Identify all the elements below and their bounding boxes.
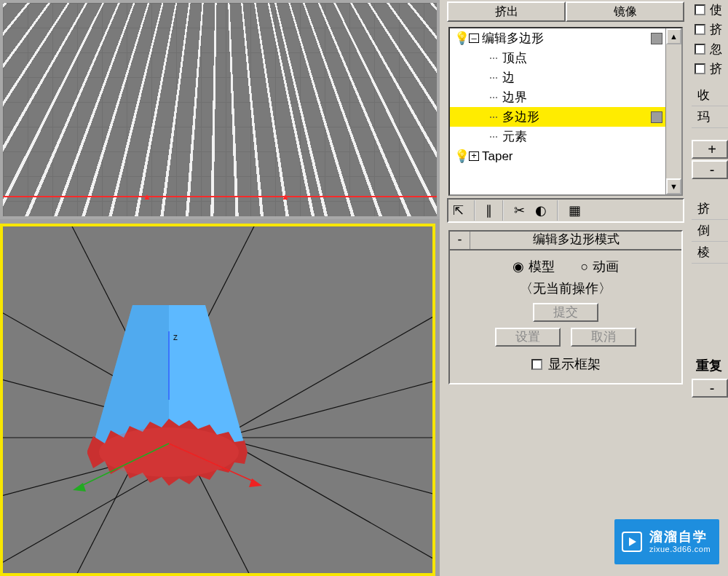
make-unique-icon[interactable]: ◐ xyxy=(535,202,547,218)
opt-check-3[interactable]: 挤 xyxy=(692,59,728,79)
repeat-box[interactable]: - xyxy=(692,379,728,398)
collapse-label: 收 xyxy=(692,84,728,106)
viewport-area: ▲ ▲ xyxy=(0,0,440,576)
opt-check-1[interactable]: 挤 xyxy=(692,20,728,39)
stack-scrollbar[interactable]: ▲ ▼ xyxy=(665,28,681,194)
modifier-taper-label: Taper xyxy=(482,149,513,164)
brand-watermark: 溜溜自学 zixue.3d66.com xyxy=(614,519,719,564)
ring-label: 玛 xyxy=(692,106,728,128)
svg-point-10 xyxy=(99,427,239,477)
cone-object[interactable]: z xyxy=(73,305,262,492)
z-label: z xyxy=(173,332,178,342)
collapse-icon[interactable]: – xyxy=(469,33,479,43)
brand-url: zixue.3d66.com xyxy=(649,545,711,553)
configure-icon[interactable]: ▦ xyxy=(569,202,581,218)
brand-name: 溜溜自学 xyxy=(649,530,711,545)
radio-animate[interactable]: ○动画 xyxy=(581,258,620,275)
show-cage-checkbox[interactable] xyxy=(531,359,542,370)
subobj-border[interactable]: ⋯边界 xyxy=(450,87,681,107)
opt-check-2[interactable]: 忽 xyxy=(692,39,728,59)
show-cage-label: 显示框架 xyxy=(548,355,601,373)
commit-button[interactable]: 提交 xyxy=(533,303,598,322)
no-current-op-label: 〈无当前操作〉 xyxy=(450,280,681,297)
subobj-polygon[interactable]: ⋯多边形 xyxy=(450,107,681,127)
modifier-root-edit-poly[interactable]: 💡 – 编辑多边形 xyxy=(450,28,681,48)
axis-marker-right: ▲ xyxy=(281,192,290,202)
lightbulb-icon[interactable]: 💡 xyxy=(454,31,466,46)
toolbar-separator xyxy=(502,200,504,221)
right-sliver-panel: 使 挤 忽 挤 收 玛 + - 挤 倒 棱 重复 - xyxy=(692,0,728,576)
cone-wireframe xyxy=(3,0,437,219)
stack-toolbar: ⇱ ∥ ✂ ◐ ▦ xyxy=(447,198,684,223)
right-item-chamfer[interactable]: 倒 xyxy=(692,220,728,242)
edit-poly-mode-rollup: - 编辑多边形模式 ◉模型 ○动画 〈无当前操作〉 提交 设置 取消 显示框架 xyxy=(448,230,683,384)
toolbar-separator xyxy=(557,200,558,221)
opt-check-0[interactable]: 使 xyxy=(692,0,728,20)
scissors-icon[interactable]: ✂ xyxy=(514,202,525,218)
settings-button[interactable]: 设置 xyxy=(495,328,561,347)
viewport-perspective[interactable]: z xyxy=(0,224,435,576)
modifier-taper[interactable]: 💡 + Taper xyxy=(450,146,681,166)
perspective-scene: z xyxy=(3,226,435,576)
subobj-vertex[interactable]: ⋯顶点 xyxy=(450,48,681,68)
rollup-title: 编辑多边形模式 xyxy=(470,232,681,249)
right-item-extrude[interactable]: 挤 xyxy=(692,198,728,220)
lightbulb-icon[interactable]: 💡 xyxy=(454,149,466,164)
modifier-root-label: 编辑多边形 xyxy=(482,30,544,47)
subobj-color-swatch[interactable] xyxy=(651,111,662,123)
right-item-edge[interactable]: 棱 xyxy=(692,242,728,264)
subobj-element[interactable]: ⋯元素 xyxy=(450,127,681,146)
play-icon xyxy=(622,532,642,552)
expand-icon[interactable]: + xyxy=(469,151,479,161)
x-axis-line xyxy=(3,196,437,197)
extrude-button[interactable]: 挤出 xyxy=(447,1,566,22)
scroll-down-button[interactable]: ▼ xyxy=(666,178,681,194)
toolbar-separator xyxy=(474,200,475,221)
rollup-collapse-button[interactable]: - xyxy=(450,232,470,249)
command-panel: 挤出 镜像 💡 – 编辑多边形 ⋯顶点 ⋯边 ⋯边界 ⋯多边形 ⋯元素 💡 + … xyxy=(440,0,692,576)
modifier-color-swatch[interactable] xyxy=(651,33,662,44)
modifier-stack[interactable]: 💡 – 编辑多边形 ⋯顶点 ⋯边 ⋯边界 ⋯多边形 ⋯元素 💡 + Taper … xyxy=(448,27,683,196)
pin-icon[interactable]: ⇱ xyxy=(453,202,464,218)
axis-marker-left: ▲ xyxy=(143,192,151,202)
svg-marker-8 xyxy=(93,305,169,445)
radio-model[interactable]: ◉模型 xyxy=(513,258,555,275)
subobj-edge[interactable]: ⋯边 xyxy=(450,68,681,87)
scroll-up-button[interactable]: ▲ xyxy=(666,28,681,44)
repeat-heading: 重复 xyxy=(692,357,728,374)
plus-button[interactable]: + xyxy=(692,140,728,159)
cancel-button[interactable]: 取消 xyxy=(571,328,636,347)
mirror-button[interactable]: 镜像 xyxy=(566,1,684,22)
show-end-result-icon[interactable]: ∥ xyxy=(486,202,492,218)
minus-button[interactable]: - xyxy=(692,160,728,179)
viewport-wireframe[interactable]: ▲ ▲ xyxy=(0,0,440,219)
